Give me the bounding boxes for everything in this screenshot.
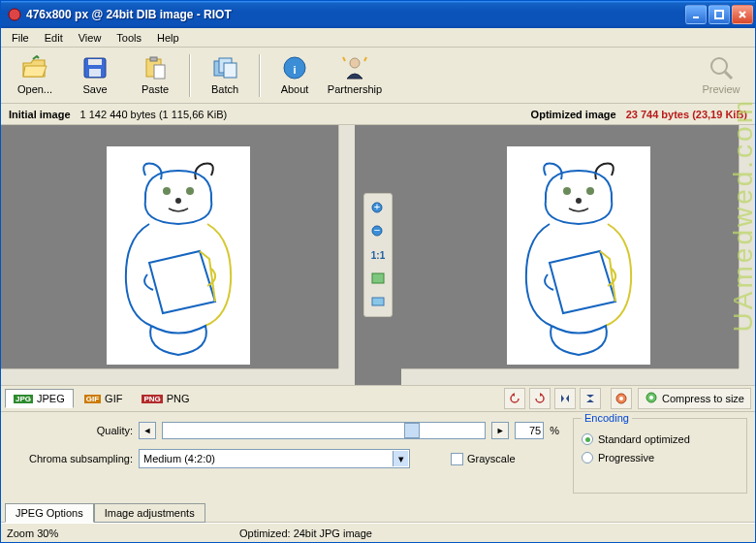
menu-file[interactable]: File (5, 30, 36, 46)
info-icon: i (281, 55, 308, 80)
compress-button[interactable]: Compress to size (638, 388, 751, 409)
center-toolbar: + − 1:1 (363, 193, 393, 317)
status-zoom: Zoom 30% (7, 527, 210, 539)
optimized-image (507, 146, 650, 365)
person-icon (341, 55, 368, 80)
batch-icon (211, 55, 238, 80)
standard-radio[interactable]: Standard optimized (582, 433, 739, 445)
initial-image (107, 146, 250, 365)
standard-label: Standard optimized (598, 433, 690, 445)
app-icon (7, 7, 22, 22)
flip-h-button[interactable] (554, 388, 576, 409)
window-title: 476x800 px @ 24bit DIB image - RIOT (26, 8, 685, 21)
preview-area: + − 1:1 (1, 125, 755, 385)
save-button[interactable]: Save (65, 49, 125, 102)
progressive-label: Progressive (598, 452, 654, 463)
grayscale-label: Grayscale (467, 453, 516, 464)
tab-png-label: PNG (167, 393, 190, 404)
close-button[interactable] (732, 5, 753, 24)
bottom-tabs: JPEG Options Image adjustments (1, 499, 755, 523)
folder-open-icon (21, 55, 48, 80)
svg-rect-7 (89, 69, 101, 77)
maximize-button[interactable] (709, 5, 730, 24)
svg-text:+: + (374, 202, 380, 212)
tab-image-adjustments[interactable]: Image adjustments (94, 503, 205, 523)
compress-label: Compress to size (662, 393, 744, 404)
quality-slider[interactable] (162, 422, 486, 439)
tab-png[interactable]: PNGPNG (133, 389, 198, 408)
status-bar: Zoom 30% Optimized: 24bit JPG image (1, 523, 755, 542)
menu-edit[interactable]: Edit (38, 30, 70, 46)
svg-point-24 (576, 198, 582, 204)
svg-point-32 (619, 397, 623, 400)
pct-label: % (550, 425, 559, 436)
rotate-cw-button[interactable] (529, 388, 551, 409)
status-optimized: Optimized: 24bit JPG image (239, 527, 372, 539)
ext-button[interactable] (611, 388, 632, 409)
svg-point-16 (350, 58, 360, 68)
quality-dec-button[interactable]: ◄ (139, 422, 156, 439)
toolbar: Open... Save Paste Batch i About Partner… (1, 48, 755, 104)
optimized-value: 23 744 bytes (23,19 KiB) (626, 109, 747, 120)
save-label: Save (82, 83, 107, 95)
about-button[interactable]: i About (265, 49, 325, 102)
svg-point-20 (186, 187, 194, 195)
preview-button[interactable]: Preview (691, 49, 751, 102)
scrollbar-horizontal[interactable] (401, 368, 739, 385)
encoding-legend: Encoding (582, 412, 632, 424)
svg-rect-13 (224, 63, 236, 78)
svg-point-19 (163, 187, 171, 195)
scrollbar-horizontal[interactable] (1, 368, 338, 385)
zoom-11-button[interactable]: 1:1 (369, 246, 387, 264)
flip-v-button[interactable] (580, 388, 601, 409)
radio-icon (582, 433, 593, 445)
preview-label: Preview (702, 83, 740, 95)
chevron-down-icon: ▾ (393, 451, 408, 466)
quality-input[interactable]: 75 (515, 422, 544, 439)
scroll-corner (338, 368, 355, 385)
tab-jpeg-label: JPEG (37, 393, 65, 404)
floppy-icon (81, 55, 109, 80)
scrollbar-vertical[interactable] (739, 125, 755, 368)
encoding-fieldset: Encoding Standard optimized Progressive (573, 418, 747, 494)
zoom-out-button[interactable]: − (369, 223, 387, 240)
svg-text:−: − (374, 225, 380, 236)
options-panel: Quality: ◄ ► 75 % Chroma subsampling: Me… (1, 412, 755, 499)
open-label: Open... (17, 83, 52, 95)
svg-rect-2 (715, 11, 723, 18)
svg-line-18 (725, 72, 732, 79)
menu-help[interactable]: Help (150, 30, 186, 46)
quality-inc-button[interactable]: ► (491, 422, 509, 439)
zoom-in-button[interactable]: + (369, 200, 387, 217)
format-tabs: JPGJPEG GIFGIF PNGPNG Compress to size (1, 385, 755, 412)
progressive-radio[interactable]: Progressive (582, 452, 739, 463)
minimize-button[interactable] (685, 5, 707, 24)
tab-jpeg-options[interactable]: JPEG Options (5, 503, 94, 523)
batch-button[interactable]: Batch (195, 49, 255, 102)
partnership-button[interactable]: Partnership (325, 49, 385, 102)
grayscale-checkbox[interactable]: Grayscale (451, 453, 516, 465)
scrollbar-vertical[interactable] (338, 125, 355, 368)
separator (189, 54, 191, 97)
menu-tools[interactable]: Tools (110, 30, 148, 46)
optimized-pane[interactable] (401, 125, 755, 385)
titlebar[interactable]: 476x800 px @ 24bit DIB image - RIOT (1, 1, 755, 28)
chroma-select[interactable]: Medium (4:2:0) ▾ (139, 449, 410, 468)
checkbox-icon (451, 453, 463, 465)
rotate-ccw-button[interactable] (504, 388, 525, 409)
partnership-label: Partnership (328, 83, 382, 95)
initial-value: 1 142 440 bytes (1 115,66 KiB) (80, 109, 228, 120)
svg-rect-29 (372, 273, 384, 283)
open-button[interactable]: Open... (5, 49, 65, 102)
tab-gif[interactable]: GIFGIF (76, 389, 132, 408)
menu-view[interactable]: View (72, 30, 109, 46)
initial-label: Initial image (9, 109, 71, 120)
initial-pane[interactable] (1, 125, 355, 385)
tab-jpeg[interactable]: JPGJPEG (5, 389, 74, 408)
view-button[interactable] (369, 293, 387, 310)
paste-button[interactable]: Paste (125, 49, 185, 102)
paste-icon (142, 55, 169, 80)
batch-label: Batch (211, 83, 238, 95)
info-bar: Initial image 1 142 440 bytes (1 115,66 … (1, 104, 755, 125)
fit-button[interactable] (369, 270, 387, 287)
